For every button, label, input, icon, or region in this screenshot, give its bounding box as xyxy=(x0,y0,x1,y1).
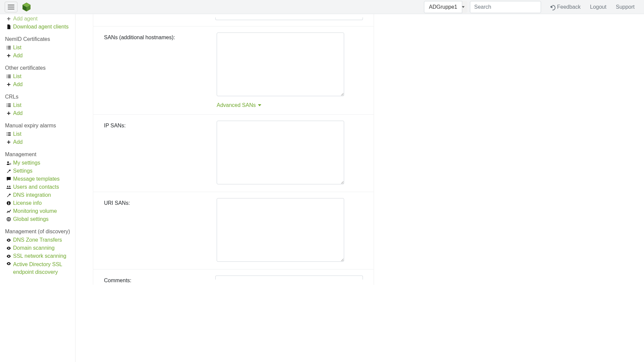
sidebar-item-my-settings[interactable]: My settings xyxy=(0,159,75,167)
sidebar-item-settings[interactable]: Settings xyxy=(0,167,75,175)
comments-label: Comments: xyxy=(104,276,215,284)
feedback-label: Feedback xyxy=(557,4,581,10)
sidebar-item-ad-ssl[interactable]: Active Directory SSL endpoint discovery xyxy=(0,260,75,276)
sans-textarea[interactable] xyxy=(217,33,344,96)
sidebar-item-label: License info xyxy=(13,200,42,206)
wrench-icon xyxy=(6,193,11,197)
people-icon xyxy=(6,185,11,189)
svg-rect-10 xyxy=(8,203,9,204)
eye-icon xyxy=(6,239,11,242)
advanced-sans-link[interactable]: Advanced SANs xyxy=(217,102,261,108)
sidebar-item-label: DNS Zone Transfers xyxy=(13,237,62,243)
sidebar-item-alarms-add[interactable]: Add xyxy=(0,138,75,146)
ip-sans-label: IP SANs: xyxy=(104,121,217,186)
megaphone-icon xyxy=(550,5,555,9)
support-link[interactable]: Support xyxy=(611,4,639,10)
sidebar-heading-nemid: NemID Certificates xyxy=(0,35,75,44)
sidebar-item-label: Add agent xyxy=(13,16,38,22)
sidebar-item-crls-add[interactable]: Add xyxy=(0,109,75,117)
wrench-icon xyxy=(6,169,11,173)
eye-icon xyxy=(6,262,11,265)
sidebar-item-message-templates[interactable]: Message templates xyxy=(0,175,75,183)
sidebar-item-label: Monitoring volume xyxy=(13,208,57,214)
sidebar-item-other-add[interactable]: Add xyxy=(0,80,75,88)
plus-icon xyxy=(6,54,11,58)
sidebar-item-other-list[interactable]: List xyxy=(0,72,75,80)
sidebar-item-license-info[interactable]: License info xyxy=(0,199,75,207)
uri-sans-label: URI SANs: xyxy=(104,198,217,263)
chevron-down-icon xyxy=(258,104,261,106)
main-content: SANs (additional hostnames): Advanced SA… xyxy=(75,14,644,362)
ip-sans-textarea[interactable] xyxy=(217,121,344,184)
svg-rect-11 xyxy=(8,202,9,202)
globe-icon xyxy=(6,217,11,221)
app-logo[interactable] xyxy=(22,2,31,12)
sidebar-item-label: Message templates xyxy=(13,176,60,182)
sidebar-item-label: Add xyxy=(13,110,22,116)
sidebar-item-label: Settings xyxy=(13,168,33,174)
sidebar-item-label: Add xyxy=(13,139,22,145)
svg-point-4 xyxy=(7,161,9,163)
search-input[interactable] xyxy=(470,1,541,13)
sidebar-item-domain-scanning[interactable]: Domain scanning xyxy=(0,244,75,252)
sidebar-item-label: Domain scanning xyxy=(13,245,55,251)
svg-rect-6 xyxy=(7,177,11,180)
sidebar-item-users-contacts[interactable]: Users and contacts xyxy=(0,183,75,191)
eye-icon xyxy=(6,255,11,258)
sidebar-item-nemid-add[interactable]: Add xyxy=(0,52,75,60)
feedback-link[interactable]: Feedback xyxy=(546,4,585,10)
sidebar-heading-other-certs: Other certificates xyxy=(0,64,75,72)
sidebar-heading-discovery: Management (of discovery) xyxy=(0,227,75,236)
uri-sans-textarea[interactable] xyxy=(217,198,344,262)
sidebar-item-global-settings[interactable]: Global settings xyxy=(0,215,75,223)
list-icon xyxy=(6,104,11,107)
sidebar-heading-alarms: Manual expiry alarms xyxy=(0,121,75,130)
list-icon xyxy=(6,75,11,78)
sidebar-item-label: List xyxy=(13,131,21,137)
sidebar-item-dns-zone[interactable]: DNS Zone Transfers xyxy=(0,236,75,244)
list-icon xyxy=(6,46,11,49)
svg-point-7 xyxy=(7,186,8,187)
flag-icon xyxy=(6,177,11,181)
svg-point-5 xyxy=(9,163,11,165)
svg-point-15 xyxy=(8,255,9,257)
user-gear-icon xyxy=(6,161,11,165)
sidebar-item-label: List xyxy=(13,45,21,51)
logout-link[interactable]: Logout xyxy=(585,4,611,10)
sidebar-item-label: Users and contacts xyxy=(13,184,59,190)
sidebar-item-add-agent[interactable]: Add agent xyxy=(0,15,75,23)
sidebar-item-label: Add xyxy=(13,53,22,59)
plus-icon xyxy=(6,140,11,144)
menu-toggle-button[interactable] xyxy=(5,2,17,12)
plus-icon xyxy=(6,82,11,86)
sidebar-item-label: SSL network scanning xyxy=(13,253,66,259)
sans-label: SANs (additional hostnames): xyxy=(104,33,217,108)
sidebar-item-label: DNS integration xyxy=(13,192,51,198)
sidebar-item-label: List xyxy=(13,102,21,108)
sidebar-item-alarms-list[interactable]: List xyxy=(0,130,75,138)
plus-icon xyxy=(6,111,11,115)
svg-point-8 xyxy=(9,186,10,187)
sidebar-item-nemid-list[interactable]: List xyxy=(0,44,75,52)
advanced-sans-label: Advanced SANs xyxy=(217,102,256,108)
svg-point-16 xyxy=(8,263,9,264)
svg-point-14 xyxy=(8,247,9,249)
info-icon xyxy=(6,201,11,205)
sidebar-item-crls-list[interactable]: List xyxy=(0,101,75,109)
file-icon xyxy=(6,24,11,29)
topbar: ADGruppe1 Feedback Logout Support xyxy=(0,0,644,14)
sidebar-item-monitoring-volume[interactable]: Monitoring volume xyxy=(0,207,75,215)
chart-icon xyxy=(6,209,11,213)
sidebar-item-label: List xyxy=(13,73,21,79)
sidebar-heading-crls: CRLs xyxy=(0,93,75,101)
sidebar-item-label: Global settings xyxy=(13,216,49,222)
sidebar-item-label: My settings xyxy=(13,160,40,166)
sidebar-item-download-clients[interactable]: Download agent clients xyxy=(0,23,75,31)
svg-point-13 xyxy=(8,239,9,241)
list-icon xyxy=(6,132,11,136)
eye-icon xyxy=(6,247,11,250)
sidebar-item-dns-integration[interactable]: DNS integration xyxy=(0,191,75,199)
sidebar: Add agent Download agent clients NemID C… xyxy=(0,14,75,362)
group-select[interactable]: ADGruppe1 xyxy=(424,1,465,13)
sidebar-item-ssl-network[interactable]: SSL network scanning xyxy=(0,252,75,260)
